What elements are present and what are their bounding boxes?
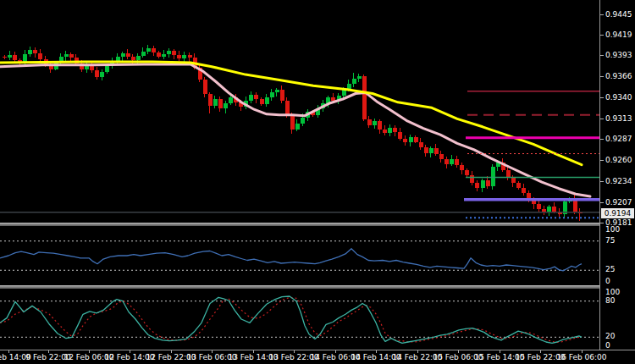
price-axis-label: 0.9234 — [605, 178, 632, 185]
price-axis-label: 0.9393 — [605, 52, 632, 59]
price-tick — [600, 119, 604, 119]
ma-slow-yellow — [0, 62, 582, 165]
price-axis-label: 0.9366 — [605, 73, 632, 80]
ma-fast-pink — [0, 64, 590, 196]
price-tick — [600, 202, 604, 203]
rsi-panel-canvas[interactable] — [0, 226, 599, 285]
indicator-axis-label: 80 — [605, 297, 615, 305]
time-axis-label: 16 Feb 06:00 — [556, 354, 606, 361]
price-tick — [600, 76, 604, 77]
indicator-stochastic-d — [0, 297, 582, 342]
main-chart-canvas[interactable] — [0, 0, 599, 223]
price-tick — [600, 160, 604, 161]
price-tick — [600, 97, 604, 98]
indicator-axis-label: 0 — [605, 278, 610, 285]
price-axis-label: 0.9445 — [605, 11, 632, 19]
indicator-axis-label: 75 — [605, 237, 615, 245]
trading-chart-window: 0.9194 0.94450.94190.93930.93660.93400.9… — [0, 0, 635, 364]
current-price-badge: 0.9194 — [601, 208, 634, 218]
price-axis-label: 0.9287 — [605, 135, 632, 143]
stochastic-panel-canvas[interactable] — [0, 289, 599, 350]
price-tick — [600, 181, 604, 182]
price-axis-label: 0.9313 — [605, 115, 632, 123]
price-tick — [600, 223, 604, 223]
price-tick — [600, 35, 604, 36]
price-axis[interactable]: 0.9194 0.94450.94190.93930.93660.93400.9… — [599, 0, 635, 350]
indicator-rsi — [0, 249, 582, 271]
time-axis[interactable]: 9 Feb 14:009 Feb 22:0012 Feb 06:0012 Feb… — [0, 350, 635, 364]
indicator-axis-label: 100 — [605, 226, 620, 234]
price-tick — [600, 14, 604, 15]
indicator-axis-label: 100 — [605, 289, 620, 296]
candles-group — [3, 45, 583, 221]
price-axis-label: 0.9419 — [605, 31, 632, 39]
price-axis-label: 0.9260 — [605, 157, 632, 164]
price-tick — [600, 139, 604, 140]
price-axis-label: 0.9207 — [605, 199, 632, 207]
indicator-axis-label: 25 — [605, 266, 615, 273]
price-axis-label: 0.9340 — [605, 94, 632, 102]
price-tick — [600, 55, 604, 56]
indicator-axis-label: 0 — [605, 342, 610, 350]
indicator-axis-label: 20 — [605, 333, 615, 340]
